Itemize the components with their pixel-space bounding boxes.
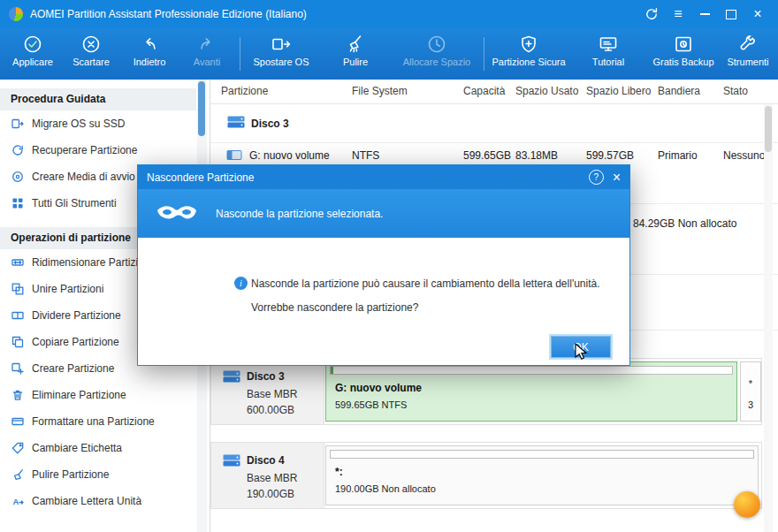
- sidebar-item-cambiare-lettera[interactable]: A Cambiare Lettera Unità: [0, 488, 196, 514]
- disk-info-cell[interactable]: Disco 4 Base MBR 190.00GB: [211, 443, 324, 508]
- dialog-banner-text: Nasconde la partizione selezionata.: [216, 208, 383, 220]
- volume-icon: [226, 149, 242, 161]
- disk-name: Disco 4: [247, 454, 285, 467]
- window-controls: ≡ ×: [638, 3, 778, 26]
- toolbar-button-applicare[interactable]: Applicare: [7, 34, 58, 67]
- sidebar-item-eliminare[interactable]: Eliminare Partizione: [0, 382, 196, 408]
- shield-plus-icon: [518, 34, 539, 55]
- resize-icon: [11, 256, 24, 269]
- sidebar-scrollbar-thumb[interactable]: [198, 81, 205, 136]
- undo-arrow-icon: [139, 34, 160, 55]
- disk-icon: [226, 113, 246, 131]
- dialog-title: Nascondere Partizione: [138, 171, 254, 184]
- sidebar-item-cambiare-etichetta[interactable]: Cambiare Etichetta: [0, 435, 196, 461]
- disk-icon: [222, 452, 241, 469]
- volume-status: Nessuno: [723, 149, 765, 162]
- partition-detail: 599.65GB NTFS: [335, 399, 407, 410]
- sidebar-item-migrare-os[interactable]: Migrare OS su SSD: [0, 110, 196, 137]
- partition-detail: 190.00GB Non allocato: [335, 483, 436, 494]
- drive-letter-icon: A: [11, 495, 24, 507]
- tag-icon: [11, 442, 24, 454]
- toolbar-button-scartare[interactable]: Scartare: [65, 34, 117, 67]
- app-logo-icon: [9, 7, 23, 21]
- dialog-titlebar: Nascondere Partizione ? ×: [138, 165, 629, 189]
- usage-bar: [330, 450, 754, 459]
- partition-block-unallocated[interactable]: *: 190.00GB Non allocato: [325, 445, 759, 505]
- volume-used: 83.18MB: [515, 149, 558, 162]
- disk-group-title[interactable]: Disco 3: [251, 118, 289, 130]
- dialog-body: i Nasconde la partizione può causare il …: [138, 238, 629, 365]
- menu-icon[interactable]: ≡: [665, 3, 691, 26]
- sliver-line1: *: [741, 373, 760, 394]
- toolbar-button-spostare-os[interactable]: Spostare OS: [247, 34, 316, 67]
- toolbar-button-indietro[interactable]: Indietro: [124, 34, 175, 67]
- disk-name: Disco 3: [247, 370, 285, 383]
- partition-block-selected[interactable]: G: nuovo volume 599.65GB NTFS: [325, 361, 737, 422]
- column-capacita[interactable]: Capacità: [463, 85, 505, 97]
- sidebar-section-procedura-guidata: Procedura Guidata: [0, 88, 196, 110]
- dialog-close-icon[interactable]: ×: [613, 171, 621, 185]
- sidebar-item-formattare[interactable]: Formattare una Partizione: [0, 408, 196, 435]
- column-bandiera[interactable]: Bandiera: [658, 85, 700, 97]
- split-icon: [11, 309, 24, 322]
- close-button[interactable]: ×: [744, 3, 771, 26]
- partition-label: *:: [335, 466, 343, 478]
- main-scrollbar-thumb[interactable]: [765, 106, 772, 152]
- toolbar-button-tutorial[interactable]: Tutorial: [576, 34, 640, 67]
- dialog-buttons: ? ×: [589, 170, 629, 185]
- hide-partition-dialog: Nascondere Partizione ? × Nasconde la pa…: [137, 164, 630, 366]
- aomei-window: AOMEI Partition Assistant Professionale …: [0, 0, 778, 532]
- dialog-banner: Nasconde la partizione selezionata.: [138, 189, 629, 239]
- sidebar-item-pulire-partizione[interactable]: Pulire Partizione: [0, 461, 196, 488]
- toolbar-button-allocare-spazio: Allocare Spazio: [395, 34, 478, 67]
- disk-type: Base MBR: [247, 472, 297, 484]
- column-spazio-libero[interactable]: Spazio Libero: [586, 85, 651, 97]
- trash-icon: [11, 389, 24, 401]
- column-stato[interactable]: Stato: [723, 85, 748, 97]
- redo-arrow-icon: [196, 34, 217, 55]
- usage-bar: [330, 366, 733, 375]
- column-file-system[interactable]: File System: [352, 85, 408, 97]
- disk-icon: [222, 368, 241, 385]
- move-os-icon: [271, 34, 292, 55]
- main-scrollbar[interactable]: [764, 104, 773, 532]
- volume-flag: Primario: [658, 149, 698, 162]
- partial-row-text: 84.29GB Non allocato: [633, 217, 736, 230]
- dialog-help-icon[interactable]: ?: [589, 170, 604, 185]
- list-header: Partizione File System Capacità Spazio U…: [210, 80, 778, 104]
- volume-capacity: 599.65GB: [463, 149, 511, 162]
- disk-type: Base MBR: [247, 388, 297, 400]
- tutorial-board-icon: [598, 34, 619, 55]
- usage-fill: [331, 367, 333, 374]
- minimize-icon: [700, 13, 710, 15]
- create-plus-icon: [11, 362, 24, 375]
- discard-x-icon: [80, 34, 102, 55]
- toolbar-separator: [240, 37, 240, 71]
- maximize-button[interactable]: [718, 3, 744, 26]
- disk-row-disco4: Disco 4 Base MBR 190.00GB *: 190.00GB No…: [210, 442, 762, 509]
- volume-fs: NTFS: [352, 149, 379, 162]
- unallocated-sliver-block[interactable]: * 3: [740, 361, 761, 422]
- column-spazio-usato[interactable]: Spazio Usato: [515, 85, 578, 97]
- sidebar-item-recuperare-partizione[interactable]: Recuperare Partizione: [0, 137, 196, 163]
- refresh-icon[interactable]: [638, 3, 665, 26]
- toolbar-button-partizione-sicura[interactable]: Partizione Sicura: [489, 34, 568, 67]
- toolbar-button-avanti: Avanti: [181, 34, 233, 67]
- migrate-os-icon: [11, 118, 24, 130]
- column-partizione[interactable]: Partizione: [221, 85, 268, 97]
- disk-info-cell[interactable]: Disco 3 Base MBR 600.00GB: [211, 359, 324, 424]
- backup-safe-icon: [673, 34, 694, 55]
- titlebar: AOMEI Partition Assistant Professionale …: [0, 0, 778, 28]
- toolbar-button-gratis-backup[interactable]: Gratis Backup: [647, 34, 720, 67]
- minimize-button[interactable]: [691, 3, 718, 26]
- toolbar-button-strumenti[interactable]: Strumenti: [718, 34, 778, 67]
- apply-check-icon: [22, 34, 43, 55]
- volume-free: 599.57GB: [586, 149, 634, 162]
- ok-button[interactable]: OK: [551, 336, 611, 358]
- wrench-icon: [737, 34, 759, 55]
- clock-icon: [426, 34, 447, 55]
- disk-size: 600.00GB: [247, 404, 294, 416]
- promo-floating-badge[interactable]: [734, 491, 760, 518]
- maximize-icon: [726, 10, 736, 19]
- toolbar-button-pulire[interactable]: Pulire: [324, 34, 387, 67]
